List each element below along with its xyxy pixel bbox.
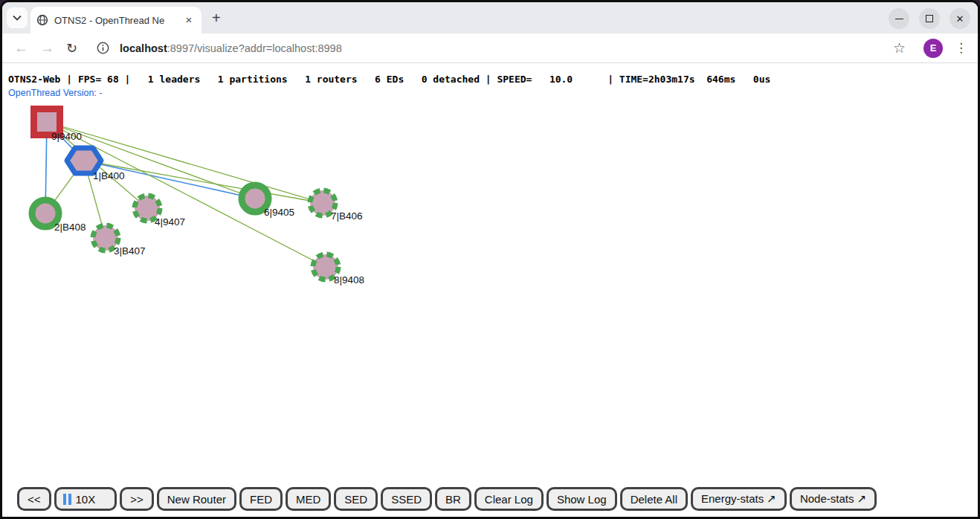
sed-button[interactable]: SED [334,487,378,511]
node-stats-button[interactable]: Node-stats ↗ [790,487,877,511]
tab-close-icon[interactable]: × [182,13,196,27]
node-label-9|9400: 9|9400 [51,131,82,142]
back-icon[interactable]: ← [14,40,28,57]
menu-dots-icon[interactable]: ⋮ [955,40,967,56]
link-1|B400-7|B406 [84,161,323,203]
minimize-icon [895,19,903,19]
url-path: :8997/visualize?addr=localhost:8998 [167,42,342,54]
fed-button[interactable]: FED [239,487,283,511]
node-label-2|B408: 2|B408 [54,222,86,233]
med-button[interactable]: MED [286,487,331,511]
tab-title: OTNS2 - OpenThread Ne [54,15,173,26]
page-content: 9|94001|B4002|B4083|B4074|94076|94057|B4… [2,63,978,515]
globe-favicon-icon [36,14,48,26]
node-label-3|B407: 3|B407 [114,245,146,257]
node-label-7|B406: 7|B406 [331,210,363,222]
forward-icon[interactable]: → [40,40,54,57]
url-host: localhost [120,42,167,54]
browser-window: OTNS2 - OpenThread Ne × + ✕ ← → ↻ localh… [0,0,980,519]
link-9|9400-8|9408 [47,122,326,267]
new-tab-button[interactable]: + [212,10,221,27]
page-info-icon[interactable] [97,42,109,54]
toolbar-right: ☆ E ⋮ [893,39,978,58]
node-label-4|9407: 4|9407 [155,216,185,228]
tab-search-button[interactable] [7,7,28,28]
close-button[interactable]: ✕ [950,8,970,29]
maximize-button[interactable] [919,8,940,29]
window-controls: ✕ [889,8,970,29]
step-forward-button[interactable]: >> [120,487,154,511]
chevron-down-icon [13,15,22,21]
reload-icon[interactable]: ↻ [66,40,77,57]
network-canvas: 9|94001|B4002|B4083|B4074|94076|94057|B4… [2,63,978,515]
clear-log-button[interactable]: Clear Log [474,487,544,511]
address-bar[interactable]: localhost:8997/visualize?addr=localhost:… [120,42,342,54]
action-toolbar: << 10X >> New Router FED MED SED SSED BR… [17,487,877,511]
new-router-button[interactable]: New Router [157,487,236,511]
node-1|B400[interactable] [67,148,101,173]
node-label-8|9408: 8|9408 [334,274,364,286]
br-button[interactable]: BR [435,487,471,511]
maximize-icon [926,15,933,22]
simulation-status-line: OTNS2-Web | FPS= 68 | 1 leaders 1 partit… [8,74,770,85]
node-label-1|B400: 1|B400 [93,170,125,181]
speed-button[interactable]: 10X [54,487,117,511]
delete-all-button[interactable]: Delete All [620,487,688,511]
energy-stats-button[interactable]: Energy-stats ↗ [691,487,787,511]
show-log-button[interactable]: Show Log [547,487,617,511]
pause-icon [63,494,71,505]
minimize-button[interactable] [889,8,909,29]
tab-strip: OTNS2 - OpenThread Ne × + ✕ [2,2,978,33]
openthread-version-link[interactable]: OpenThread Version: - [8,88,102,98]
step-back-button[interactable]: << [17,487,51,511]
profile-avatar[interactable]: E [923,39,943,58]
ssed-button[interactable]: SSED [381,487,432,511]
browser-toolbar: ← → ↻ localhost:8997/visualize?addr=loca… [2,33,978,63]
tab-otns2[interactable]: OTNS2 - OpenThread Ne × [30,7,202,33]
speed-label: 10X [76,493,96,506]
node-label-6|9405: 6|9405 [264,207,294,218]
bookmark-star-icon[interactable]: ☆ [893,39,906,57]
